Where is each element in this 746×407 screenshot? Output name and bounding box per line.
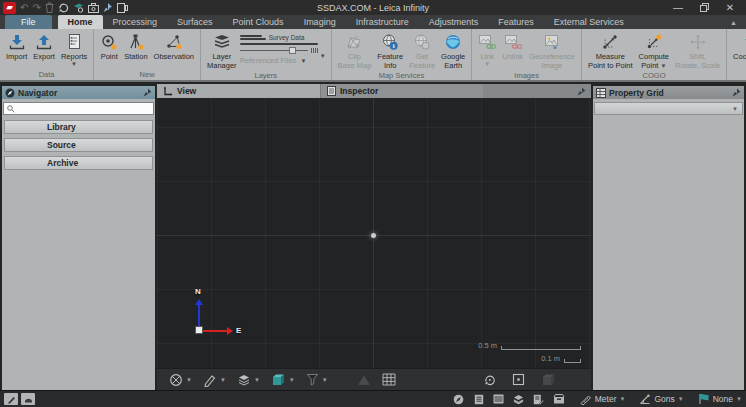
export-button[interactable]: Export	[30, 31, 58, 62]
layer-bar-icon	[240, 43, 318, 45]
sync-icon[interactable]	[58, 1, 69, 14]
property-grid-panel: Property Grid ▼	[592, 84, 746, 390]
layer-manager-button[interactable]: Layer Manager	[204, 31, 240, 71]
tab-file[interactable]: File	[5, 15, 52, 29]
georeference-image-button[interactable]: Georeference Image	[526, 31, 578, 71]
coordinate-system-control[interactable]: None ▼	[698, 393, 742, 405]
search-input[interactable]	[18, 104, 150, 113]
layout-icon[interactable]	[117, 1, 128, 14]
undo-icon[interactable]: ↶	[20, 1, 28, 14]
feature-info-button[interactable]: i Feature Info	[374, 31, 406, 71]
layers-toggle-icon[interactable]	[512, 393, 526, 406]
navigator-icon	[5, 88, 15, 98]
layer-transparency-slider[interactable]	[240, 47, 318, 54]
new-observation-button[interactable]: Observation	[151, 31, 197, 62]
angle-unit-value: Gons	[654, 394, 674, 404]
tab-view[interactable]: View	[157, 84, 320, 98]
tab-processing[interactable]: Processing	[103, 15, 168, 29]
chevron-down-icon: ▼	[322, 377, 328, 383]
navigator-section-library[interactable]: Library	[4, 120, 153, 134]
inspector-toggle-icon[interactable]	[472, 393, 486, 406]
list-toggle-icon[interactable]	[492, 393, 506, 406]
zoom-fit-button[interactable]	[512, 373, 525, 386]
reports-icon	[66, 32, 82, 52]
layers-dropdown-icon[interactable]: ▼	[318, 53, 328, 59]
filter-button[interactable]: ▼	[306, 373, 328, 386]
navigator-toggle-icon[interactable]	[452, 393, 466, 406]
property-object-selector[interactable]: ▼	[594, 102, 743, 115]
delete-icon[interactable]	[45, 1, 54, 14]
navigator-section-archive[interactable]: Archive	[4, 156, 153, 170]
angle-unit-icon	[639, 394, 651, 405]
redo-icon[interactable]: ↷	[32, 1, 40, 14]
tab-infrastructure[interactable]: Infrastructure	[346, 15, 419, 29]
minimize-button[interactable]: —	[670, 1, 686, 14]
tab-home[interactable]: Home	[58, 15, 103, 29]
grid-toggle-button[interactable]	[382, 373, 396, 386]
new-point-button[interactable]: Point	[97, 31, 121, 62]
tab-adjustments[interactable]: Adjustments	[419, 15, 489, 29]
navigator-search[interactable]	[3, 102, 154, 115]
layers-view-button[interactable]: ▼	[237, 373, 260, 386]
ribbon-group-cogo: Measure Point to Point Compute Point▼ Sh…	[582, 29, 727, 80]
hand-tool-icon[interactable]	[21, 393, 35, 405]
tab-features[interactable]: Features	[488, 15, 544, 29]
tab-surfaces[interactable]: Surfaces	[167, 15, 223, 29]
group-label-data: Data	[0, 70, 93, 80]
pin-panel-icon[interactable]	[577, 84, 591, 98]
length-unit-control[interactable]: Meter ▼	[580, 394, 626, 405]
chevron-down-icon: ▼	[186, 377, 192, 383]
collapse-ribbon-icon[interactable]: ▲	[730, 15, 746, 29]
restore-button[interactable]	[696, 1, 712, 14]
cube-view-button[interactable]	[541, 373, 555, 386]
tab-external-services[interactable]: External Services	[544, 15, 634, 29]
point-icon	[100, 32, 118, 52]
app-window: ▰ ↶ ↷ SSDAX.COM - Leica Infinity	[0, 0, 746, 407]
capture-icon[interactable]	[73, 1, 84, 14]
layer-manager-icon	[212, 32, 232, 52]
navigator-section-source[interactable]: Source	[4, 138, 153, 152]
coordinates-button[interactable]: Coordinates ▼	[730, 31, 746, 68]
import-button[interactable]: Import	[3, 31, 30, 62]
property-grid-header: Property Grid	[593, 86, 744, 99]
select-tool-button[interactable]: ▼	[203, 373, 226, 387]
app-logo-icon[interactable]: ▰	[3, 2, 16, 14]
camera-icon[interactable]	[88, 1, 99, 14]
chevron-down-icon: ▼	[220, 377, 226, 383]
close-button[interactable]: ✕	[722, 1, 738, 14]
pin-panel-icon[interactable]	[732, 88, 741, 97]
pin-icon[interactable]	[103, 1, 113, 14]
length-unit-icon	[580, 394, 592, 405]
link-image-button[interactable]: Link ▼	[475, 31, 499, 68]
tab-inspector[interactable]: Inspector	[320, 84, 483, 98]
reset-rotation-button[interactable]	[483, 373, 496, 386]
layer-preview-title: Survey Data	[269, 34, 305, 41]
scale-secondary-bar	[564, 359, 581, 363]
view-settings-button[interactable]: ▼	[169, 373, 192, 387]
axis-origin-marker	[195, 326, 203, 334]
clip-base-map-button[interactable]: Clip Base Map	[335, 31, 375, 71]
unlink-image-button[interactable]: Unlink	[499, 31, 526, 62]
tab-imaging[interactable]: Imaging	[294, 15, 346, 29]
shift-rotate-scale-button[interactable]: Shift, Rotate, Scale	[672, 31, 723, 71]
layers-preview[interactable]: Survey Data Referenced Files ▼	[240, 31, 318, 65]
slider-handle[interactable]	[289, 47, 296, 54]
new-station-button[interactable]: Station	[121, 31, 150, 62]
view-3d-button[interactable]: ▼	[271, 373, 295, 387]
unlink-icon	[504, 32, 522, 52]
archive-toggle-icon[interactable]	[552, 393, 566, 406]
angle-unit-control[interactable]: Gons ▼	[639, 394, 683, 405]
surface-button[interactable]	[357, 374, 371, 386]
report-toggle-icon[interactable]	[532, 393, 546, 406]
map-canvas[interactable]: N E 0.5 m 0.1 m	[157, 98, 591, 368]
east-axis-icon	[203, 330, 227, 332]
google-earth-button[interactable]: Google Earth	[438, 31, 468, 71]
pin-panel-icon[interactable]	[143, 88, 152, 97]
pen-tool-icon[interactable]	[4, 393, 18, 405]
reports-button[interactable]: Reports ▼	[58, 31, 90, 68]
measure-point-to-point-button[interactable]: Measure Point to Point	[585, 31, 636, 71]
compute-point-button[interactable]: Compute Point▼	[636, 31, 672, 71]
referenced-files-button[interactable]: Referenced Files ▼	[240, 56, 318, 65]
get-feature-button[interactable]: Get Feature	[406, 31, 438, 71]
tab-point-clouds[interactable]: Point Clouds	[223, 15, 294, 29]
